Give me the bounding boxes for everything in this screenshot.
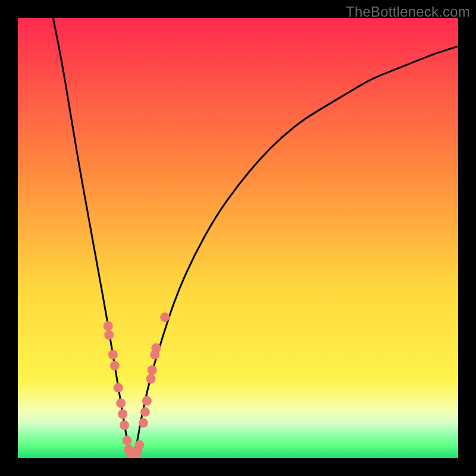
data-point	[104, 321, 113, 331]
data-point	[104, 330, 114, 340]
data-point	[139, 418, 148, 428]
data-point	[118, 409, 127, 419]
scatter-points	[104, 312, 170, 458]
data-point	[116, 399, 126, 408]
data-point	[134, 440, 144, 450]
data-point	[140, 407, 150, 416]
data-point	[110, 361, 120, 371]
data-point	[146, 374, 155, 384]
data-point	[123, 436, 132, 445]
data-point	[160, 312, 170, 322]
data-point	[120, 421, 129, 430]
outer-frame: TheBottleneck.com	[0, 0, 476, 476]
data-point	[148, 365, 157, 375]
data-point	[114, 383, 123, 393]
chart-svg	[18, 18, 458, 458]
plot-area	[18, 18, 458, 458]
data-point	[108, 350, 118, 359]
data-point	[151, 343, 161, 353]
data-point	[142, 396, 152, 406]
